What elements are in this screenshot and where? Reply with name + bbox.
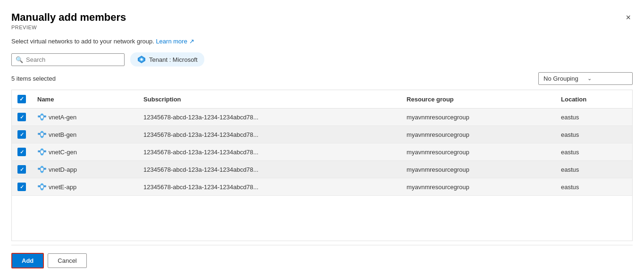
svg-rect-19 [38, 151, 40, 152]
row-checkbox-cell[interactable] [12, 143, 32, 161]
tenant-badge: Tenant : Microsoft [130, 52, 204, 67]
svg-rect-36 [44, 185, 46, 187]
search-box[interactable]: 🔍 [11, 53, 125, 66]
row-name-text: vnetA-gen [49, 114, 76, 121]
svg-line-33 [40, 169, 41, 172]
table-row: vnetB-gen 12345678-abcd-123a-1234-1234ab… [12, 126, 632, 143]
row-subscription: 12345678-abcd-123a-1234-1234abcd78... [138, 109, 401, 126]
row-location: eastus [555, 126, 632, 143]
row-checkbox[interactable] [17, 148, 26, 156]
toolbar: 🔍 Tenant : Microsoft [11, 52, 633, 67]
svg-line-17 [40, 134, 41, 137]
svg-line-32 [43, 167, 44, 169]
grouping-select[interactable]: No Grouping ⌄ [538, 72, 633, 85]
svg-line-15 [40, 132, 41, 134]
svg-line-10 [43, 117, 44, 119]
col-resource-group: Resource group [401, 90, 555, 109]
svg-rect-14 [41, 136, 43, 138]
description-text: Select virtual networks to add to your n… [11, 38, 633, 45]
row-checkbox[interactable] [17, 183, 26, 191]
items-row: 5 items selected No Grouping ⌄ [11, 72, 633, 85]
select-all-checkbox[interactable] [17, 95, 26, 103]
row-name: vnetB-gen [32, 126, 138, 143]
svg-rect-27 [38, 168, 40, 170]
dialog-subtitle: PREVIEW [11, 25, 126, 30]
table-row: vnetD-app 12345678-abcd-123a-1234-1234ab… [12, 161, 632, 178]
table-row: vnetA-gen 12345678-abcd-123a-1234-1234ab… [12, 109, 632, 126]
row-resource-group: myavnmresourcegroup [401, 143, 555, 161]
svg-line-18 [43, 134, 44, 137]
row-checkbox-cell[interactable] [12, 109, 32, 126]
svg-point-2 [141, 59, 143, 61]
svg-line-31 [40, 167, 41, 169]
svg-line-9 [40, 117, 41, 119]
svg-line-16 [43, 132, 44, 134]
svg-line-25 [40, 151, 41, 154]
add-button[interactable]: Add [11, 253, 44, 268]
svg-line-41 [40, 186, 41, 189]
row-name-text: vnetC-gen [49, 149, 77, 156]
svg-line-24 [43, 150, 44, 151]
svg-line-8 [43, 115, 44, 117]
search-input[interactable] [26, 56, 120, 63]
row-resource-group: myavnmresourcegroup [401, 109, 555, 126]
vnet-icon [37, 166, 46, 173]
external-link-icon: ↗ [189, 38, 194, 45]
svg-line-39 [40, 184, 41, 186]
svg-rect-12 [44, 133, 46, 135]
col-location: Location [555, 90, 632, 109]
svg-line-34 [43, 169, 44, 172]
chevron-down-icon: ⌄ [587, 75, 627, 82]
dialog: Manually add members PREVIEW × Select vi… [0, 0, 644, 276]
row-checkbox[interactable] [17, 113, 26, 121]
svg-rect-21 [41, 149, 43, 151]
learn-more-link[interactable]: Learn more ↗ [156, 38, 194, 45]
svg-rect-3 [38, 116, 40, 117]
row-subscription: 12345678-abcd-123a-1234-1234abcd78... [138, 143, 401, 161]
svg-rect-35 [38, 185, 40, 187]
items-selected: 5 items selected [11, 75, 56, 82]
cancel-button[interactable]: Cancel [48, 253, 86, 268]
row-subscription: 12345678-abcd-123a-1234-1234abcd78... [138, 126, 401, 143]
row-resource-group: myavnmresourcegroup [401, 178, 555, 196]
row-name: vnetA-gen [32, 109, 138, 126]
col-subscription: Subscription [138, 90, 401, 109]
svg-line-23 [40, 150, 41, 151]
row-checkbox-cell[interactable] [12, 178, 32, 196]
vnet-icon [37, 183, 46, 191]
row-subscription: 12345678-abcd-123a-1234-1234abcd78... [138, 161, 401, 178]
grouping-label: No Grouping [544, 75, 584, 82]
row-checkbox[interactable] [17, 165, 26, 174]
svg-line-7 [40, 115, 41, 117]
row-name: vnetC-gen [32, 143, 138, 161]
svg-rect-4 [44, 116, 46, 117]
svg-line-26 [43, 151, 44, 154]
row-location: eastus [555, 109, 632, 126]
table-header-row: Name Subscription Resource group Locatio… [12, 90, 632, 109]
svg-rect-29 [41, 166, 43, 168]
row-checkbox[interactable] [17, 130, 26, 139]
table-container: Name Subscription Resource group Locatio… [11, 90, 633, 241]
row-resource-group: myavnmresourcegroup [401, 126, 555, 143]
vnet-icon [37, 113, 46, 121]
row-resource-group: myavnmresourcegroup [401, 161, 555, 178]
col-name: Name [32, 90, 138, 109]
row-name-text: vnetE-app [49, 184, 76, 191]
row-name-text: vnetD-app [49, 166, 77, 173]
row-subscription: 12345678-abcd-123a-1234-1234abcd78... [138, 178, 401, 196]
table-body: vnetA-gen 12345678-abcd-123a-1234-1234ab… [12, 109, 632, 196]
svg-line-42 [43, 186, 44, 189]
close-button[interactable]: × [624, 11, 633, 24]
dialog-header: Manually add members PREVIEW × [11, 11, 633, 30]
footer: Add Cancel [11, 245, 633, 276]
row-name: vnetD-app [32, 161, 138, 178]
row-checkbox-cell[interactable] [12, 161, 32, 178]
row-name-text: vnetB-gen [49, 131, 76, 138]
select-all-cell[interactable] [12, 90, 32, 109]
svg-rect-6 [41, 118, 43, 120]
search-icon: 🔍 [16, 56, 23, 63]
row-checkbox-cell[interactable] [12, 126, 32, 143]
svg-rect-28 [44, 168, 46, 170]
members-table: Name Subscription Resource group Locatio… [12, 90, 632, 196]
tenant-icon [137, 55, 146, 64]
